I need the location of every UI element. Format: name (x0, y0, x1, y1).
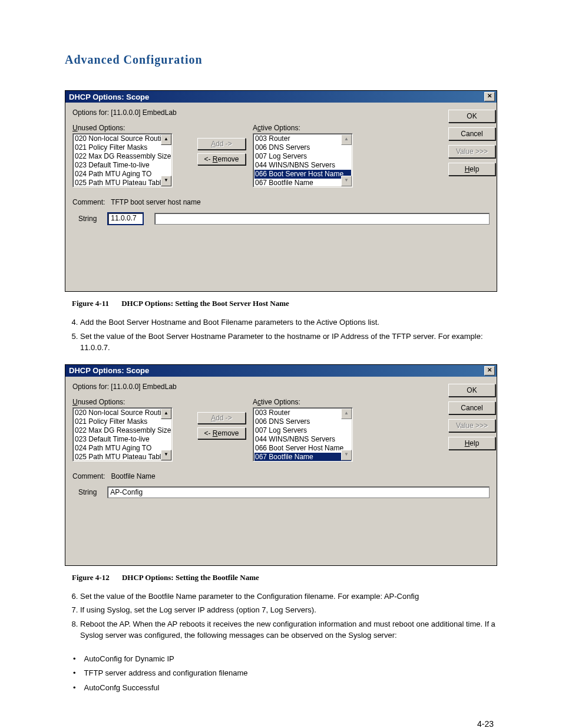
comment-row: Comment: TFTP boot server host name (72, 198, 490, 206)
step-item: Set the value of the Boot Server Hostnam… (80, 331, 497, 354)
bullet-item: TFTP server address and configuration fi… (73, 666, 497, 681)
comment-label: Comment: (72, 198, 105, 206)
dialog-titlebar: DHCP Options: Scope ✕ (65, 91, 497, 103)
list-item[interactable]: 024 Path MTU Aging TO (74, 170, 171, 179)
steps-list-b: Set the value of the Bootfile Name param… (65, 591, 497, 641)
comment-label: Comment: (72, 472, 105, 480)
step-item: Add the Boot Server Hostname and Boot Fi… (80, 317, 497, 328)
step-item: Set the value of the Bootfile Name param… (80, 591, 497, 602)
active-options-listbox[interactable]: 003 Router006 DNS Servers007 Log Servers… (253, 407, 353, 462)
list-item[interactable]: 066 Boot Server Host Name (254, 444, 351, 453)
list-item[interactable]: 023 Default Time-to-live (74, 161, 171, 170)
active-options-label: Active Options: (253, 398, 365, 406)
list-item[interactable]: 020 Non-local Source Routing (74, 134, 171, 143)
list-item[interactable]: 021 Policy Filter Masks (74, 417, 171, 426)
section-title: Advanced Configuration (65, 53, 497, 67)
list-item[interactable]: 003 Router (254, 134, 351, 143)
scroll-up-icon: ▲ (341, 409, 352, 419)
steps-list-a: Add the Boot Server Hostname and Boot Fi… (65, 317, 497, 354)
active-options-label: Active Options: (253, 124, 365, 132)
value-button[interactable]: Value >>> (448, 419, 495, 432)
active-options-listbox[interactable]: 003 Router006 DNS Servers007 Log Servers… (253, 133, 353, 187)
step-item: Reboot the AP. When the AP reboots it re… (80, 618, 497, 641)
list-item[interactable]: 006 DNS Servers (254, 417, 351, 426)
comment-row: Comment: Bootfile Name (72, 472, 490, 480)
figure-caption-2: Figure 4-12 DHCP Options: Setting the Bo… (72, 573, 497, 582)
list-item[interactable]: 066 Boot Server Host Name (254, 170, 351, 179)
page-number: 4-23 (65, 719, 497, 728)
list-item[interactable]: 025 Path MTU Plateau Table (74, 453, 171, 462)
figure-title: DHCP Options: Setting the Boot Server Ho… (121, 299, 289, 308)
comment-text: TFTP boot server host name (111, 198, 201, 206)
scroll-down-icon: ▼ (341, 450, 352, 460)
string-input-extension[interactable] (154, 213, 490, 225)
dialog-title: DHCP Options: Scope (69, 366, 149, 375)
scroll-down-icon: ▼ (341, 176, 352, 186)
string-input[interactable]: 11.0.0.7 (107, 212, 144, 225)
help-button[interactable]: Help (448, 163, 495, 176)
list-item[interactable]: 021 Policy Filter Masks (74, 143, 171, 152)
figure-caption-1: Figure 4-11 DHCP Options: Setting the Bo… (72, 299, 497, 308)
dhcp-dialog-1: DHCP Options: Scope ✕ OK Cancel Value >>… (65, 90, 497, 292)
help-button[interactable]: Help (448, 437, 495, 450)
options-for-label: Options for: [11.0.0.0] EmbedLab (72, 108, 490, 117)
list-item[interactable]: 023 Default Time-to-live (74, 435, 171, 444)
string-input[interactable]: AP-Config (107, 486, 490, 498)
string-label: String (72, 215, 97, 223)
unused-options-listbox[interactable]: 020 Non-local Source Routing021 Policy F… (72, 133, 173, 187)
value-button[interactable]: Value >>> (448, 145, 495, 158)
figure-number: Figure 4-11 (72, 299, 120, 308)
list-item[interactable]: 067 Bootfile Name (254, 179, 351, 187)
unused-options-listbox[interactable]: 020 Non-local Source Routing021 Policy F… (72, 407, 173, 462)
list-item[interactable]: 067 Bootfile Name (254, 453, 351, 462)
list-item[interactable]: 044 WINS/NBNS Servers (254, 435, 351, 444)
cancel-button[interactable]: Cancel (448, 401, 495, 414)
ok-button[interactable]: OK (448, 384, 495, 397)
list-item[interactable]: 020 Non-local Source Routing (74, 409, 171, 417)
step-item: If using Syslog, set the Log server IP a… (80, 604, 497, 616)
close-icon[interactable]: ✕ (484, 366, 495, 375)
list-item[interactable]: 022 Max DG Reassembly Size (74, 152, 171, 161)
scroll-up-icon: ▲ (341, 134, 352, 145)
close-icon[interactable]: ✕ (484, 92, 495, 101)
list-item[interactable]: 007 Log Servers (254, 152, 351, 161)
ok-button[interactable]: OK (448, 110, 495, 123)
scroll-down-icon[interactable]: ▼ (161, 450, 171, 460)
list-item[interactable]: 003 Router (254, 409, 351, 417)
list-item[interactable]: 006 DNS Servers (254, 143, 351, 152)
dialog-titlebar: DHCP Options: Scope ✕ (65, 365, 497, 377)
string-label: String (72, 488, 97, 496)
bullet-list: AutoConfig for Dynamic IPTFTP server add… (65, 652, 497, 696)
options-for-label: Options for: [11.0.0.0] EmbedLab (72, 383, 490, 391)
figure-title: DHCP Options: Setting the Bootfile Name (122, 573, 259, 582)
list-item[interactable]: 025 Path MTU Plateau Table (74, 179, 171, 187)
scroll-up-icon[interactable]: ▲ (161, 134, 171, 145)
scroll-down-icon[interactable]: ▼ (161, 176, 171, 186)
cancel-button[interactable]: Cancel (448, 127, 495, 140)
dhcp-dialog-2: DHCP Options: Scope ✕ OK Cancel Value >>… (65, 364, 497, 566)
bullet-item: AutoConfig for Dynamic IP (73, 652, 497, 667)
add-button[interactable]: Add -> (197, 138, 246, 150)
list-item[interactable]: 044 WINS/NBNS Servers (254, 161, 351, 170)
list-item[interactable]: 007 Log Servers (254, 426, 351, 435)
scroll-up-icon[interactable]: ▲ (161, 409, 171, 419)
add-button[interactable]: Add -> (197, 412, 246, 424)
dialog-title: DHCP Options: Scope (69, 93, 149, 101)
remove-button[interactable]: <- Remove (197, 153, 246, 165)
unused-options-label: Unused Options: (72, 124, 190, 132)
unused-options-label: Unused Options: (72, 398, 190, 406)
list-item[interactable]: 024 Path MTU Aging TO (74, 444, 171, 453)
figure-number: Figure 4-12 (72, 573, 120, 582)
remove-button[interactable]: <- Remove (197, 427, 246, 439)
comment-text: Bootfile Name (111, 472, 155, 480)
bullet-item: AutoConfg Successful (73, 681, 497, 696)
list-item[interactable]: 022 Max DG Reassembly Size (74, 426, 171, 435)
